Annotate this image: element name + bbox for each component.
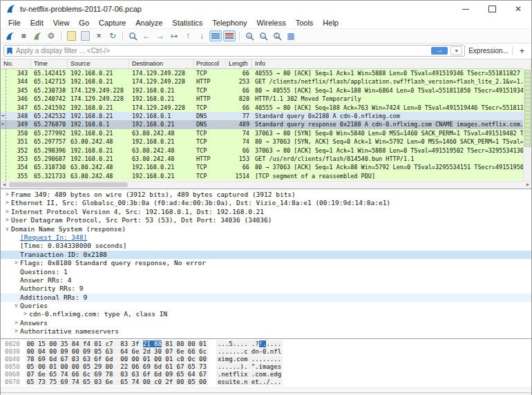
go-last-icon[interactable]: ↓: [196, 30, 208, 41]
display-filter-input[interactable]: [16, 47, 428, 55]
detail-line-12[interactable]: Additional RRs: 9: [1, 293, 531, 302]
hex-ascii[interactable]: .......c dn-0.nfl: [216, 348, 283, 355]
menu-analyze[interactable]: Analyze: [131, 19, 167, 27]
menu-telephony[interactable]: Telephony: [207, 19, 251, 27]
hex-bytes[interactable]: 00 04 00 09 00 09 05 63 64 6e 2d 30 07 6…: [26, 348, 208, 355]
column-header-time[interactable]: Time: [31, 59, 68, 68]
expander-icon[interactable]: >: [21, 310, 29, 318]
packet-row-344[interactable]: 34465.142715192.168.0.21174.129.249.228H…: [1, 77, 531, 86]
hex-row-0050[interactable]: 005005 00 01 00 00 05 29 00 22 06 69 6d …: [5, 363, 531, 371]
detail-line-0[interactable]: >Frame 349: 489 bytes on wire (3912 bits…: [1, 191, 531, 199]
hex-bytes[interactable]: 05 00 01 00 00 05 29 00 22 06 69 6d 61 6…: [26, 363, 208, 370]
detail-line-4[interactable]: ∨Domain Name System (response): [1, 225, 531, 233]
expander-icon[interactable]: >: [12, 327, 20, 336]
go-to-packet-icon[interactable]: ↦: [168, 30, 180, 41]
hex-row-0020[interactable]: 002000 15 00 35 84 f4 01 c7 83 3f 21 88 …: [5, 340, 531, 348]
zoom-original-icon[interactable]: 1: [271, 30, 283, 41]
zoom-in-icon[interactable]: +: [243, 30, 256, 41]
stop-capture-icon[interactable]: ■: [17, 30, 30, 41]
menu-wireless[interactable]: Wireless: [252, 19, 291, 27]
close-file-icon[interactable]: ×: [93, 30, 105, 41]
detail-line-7[interactable]: Transaction ID: 0x2188: [1, 251, 531, 259]
expander-icon[interactable]: >: [12, 319, 20, 327]
auto-scroll-icon[interactable]: [209, 30, 222, 41]
scroll-right-arrow-icon[interactable]: ▶: [524, 182, 531, 188]
detail-line-8[interactable]: >Flags: 0x8180 Standard query response, …: [1, 259, 531, 267]
expander-icon[interactable]: >: [3, 191, 11, 199]
close-button[interactable]: ✕: [505, 1, 531, 17]
packet-list-vertical-scrollbar[interactable]: [523, 68, 531, 182]
column-header-no[interactable]: No.: [1, 59, 31, 68]
menu-statistics[interactable]: Statistics: [167, 19, 207, 27]
go-first-icon[interactable]: ↑: [182, 30, 194, 41]
menu-tools[interactable]: Tools: [291, 19, 319, 27]
packet-row-351[interactable]: 35165.29775763.80.242.48192.168.0.21TCP7…: [1, 137, 531, 146]
apply-filter-button[interactable]: →: [431, 47, 448, 55]
detail-line-6[interactable]: [Time: 0.034338000 seconds]: [1, 242, 531, 250]
add-filter-button[interactable]: +: [516, 46, 528, 56]
packet-row-345[interactable]: 34565.230738174.129.249.228192.168.0.21T…: [1, 86, 531, 95]
bookmark-icon[interactable]: [6, 47, 13, 55]
expander-icon[interactable]: ∨: [3, 225, 11, 233]
hex-ascii[interactable]: ...5.... .?!.....: [216, 340, 283, 347]
display-filter-box[interactable]: → ▼: [3, 45, 465, 57]
packet-row-355[interactable]: 35565.32173363.80.242.48192.168.0.21TCP1…: [1, 172, 531, 180]
hex-ascii[interactable]: ximg.com ........: [216, 356, 283, 363]
hex-ascii[interactable]: .netflix .com.edg: [216, 371, 283, 378]
maximize-button[interactable]: [479, 1, 505, 17]
column-header-info[interactable]: Info: [252, 59, 531, 68]
menu-file[interactable]: File: [3, 19, 26, 27]
expander-icon[interactable]: >: [12, 259, 20, 267]
packet-row-354[interactable]: 35465.31873063.80.242.48192.168.0.21TCP6…: [1, 163, 531, 171]
menu-help[interactable]: Help: [318, 19, 343, 27]
detail-line-5[interactable]: [Request In: 348]: [1, 233, 531, 242]
detail-line-13[interactable]: ∨Queries: [1, 302, 531, 310]
detail-line-2[interactable]: >Internet Protocol Version 4, Src: 192.1…: [1, 208, 531, 216]
detail-line-3[interactable]: >User Datagram Protocol, Src Port: 53 (5…: [1, 216, 531, 224]
reload-icon[interactable]: ↻: [106, 30, 119, 41]
hex-row-0040[interactable]: 004078 69 6d 67 03 63 6f 6d 00 00 01 00 …: [5, 356, 531, 363]
packet-row-347[interactable]: 34765.241592192.168.0.21174.129.249.228T…: [1, 104, 531, 112]
packet-list-horizontal-scrollbar[interactable]: ◀ ▶: [1, 181, 531, 189]
go-back-icon[interactable]: ←: [140, 30, 153, 41]
column-header-source[interactable]: Source: [68, 59, 129, 68]
packet-row-346[interactable]: 34665.240742174.129.249.228192.168.0.21H…: [1, 95, 531, 103]
hex-bytes[interactable]: 78 69 6d 67 03 63 6f 6d 00 00 01 00 01 c…: [26, 356, 208, 363]
colorize-icon[interactable]: [223, 30, 236, 41]
packet-bytes-scrollbar[interactable]: [1, 387, 531, 392]
column-header-length[interactable]: Length: [226, 59, 252, 68]
packet-row-350[interactable]: 35065.277992192.168.0.2163.80.242.48TCP7…: [1, 129, 531, 137]
minimize-button[interactable]: [453, 1, 479, 17]
hex-ascii[interactable]: ......). ".images: [216, 363, 283, 370]
filter-dropdown-caret[interactable]: ▼: [450, 46, 462, 55]
find-packet-icon[interactable]: [126, 30, 139, 41]
scroll-left-arrow-icon[interactable]: ◀: [1, 182, 8, 188]
menu-go[interactable]: Go: [74, 19, 94, 27]
packet-row-352[interactable]: 35265.298396192.168.0.2163.80.242.48TCP6…: [1, 146, 531, 155]
menu-capture[interactable]: Capture: [94, 19, 131, 27]
menu-edit[interactable]: Edit: [26, 19, 48, 27]
detail-line-14[interactable]: >cdn-0.nflximg.com: type A, class IN: [1, 310, 531, 318]
detail-line-10[interactable]: Answer RRs: 4: [1, 276, 531, 285]
expander-icon[interactable]: ∨: [12, 302, 20, 310]
scrollbar-thumb[interactable]: [9, 182, 128, 187]
detail-link[interactable]: [Request In: 348]: [20, 233, 87, 242]
packet-row-343[interactable]: 34365.142415192.168.0.21174.129.249.228T…: [1, 69, 531, 77]
go-forward-icon[interactable]: →: [154, 30, 167, 41]
detail-line-1[interactable]: >Ethernet II, Src: Globalsc_00:3b:0a (f0…: [1, 199, 531, 207]
hex-row-0070[interactable]: 007065 73 75 69 74 65 03 6e 65 74 00 c0 …: [5, 378, 531, 386]
packet-row-349[interactable]: 349←65.276870192.168.0.1192.168.0.21DNS4…: [1, 120, 531, 128]
open-file-icon[interactable]: [65, 30, 77, 41]
detail-line-15[interactable]: >Answers: [1, 319, 531, 327]
hex-ascii[interactable]: esuite.n et../...: [216, 378, 283, 385]
expression-button[interactable]: Expression...: [468, 47, 509, 55]
expander-icon[interactable]: >: [3, 199, 11, 207]
detail-line-11[interactable]: Authority RRs: 9: [1, 285, 531, 293]
expander-icon[interactable]: >: [3, 208, 11, 216]
zoom-out-icon[interactable]: −: [257, 30, 269, 41]
detail-line-9[interactable]: Questions: 1: [1, 268, 531, 276]
column-header-protocol[interactable]: Protocol: [193, 59, 226, 68]
save-file-icon[interactable]: [79, 30, 91, 41]
hex-row-0030[interactable]: 003000 04 00 09 00 09 05 63 64 6e 2d 30 …: [5, 348, 531, 356]
detail-line-16[interactable]: >Authoritative nameservers: [1, 327, 531, 336]
